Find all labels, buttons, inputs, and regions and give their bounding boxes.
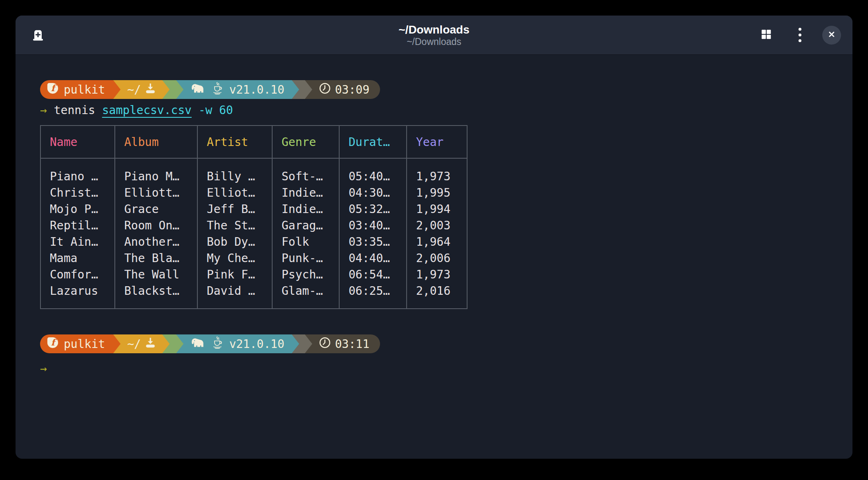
column-header: Genre: [272, 126, 339, 158]
header-controls: [755, 24, 841, 46]
headerbar: ~/Downloads ~/Downloads: [16, 16, 852, 55]
prompt-bar-2: f pulkit ~/: [40, 334, 380, 353]
prompt-segment-java: v21.0.10: [176, 80, 292, 99]
table-cell: Lazarus: [40, 283, 115, 309]
new-tab-button[interactable]: [27, 24, 49, 46]
terminal-window: ~/Downloads ~/Downloads: [16, 16, 852, 459]
table-cell: The Wall: [115, 267, 197, 283]
table-cell: 1,995: [407, 185, 467, 201]
prompt-arrow: →: [40, 103, 47, 117]
java-icon: [212, 82, 223, 98]
table-cell: My Che…: [197, 250, 272, 267]
window-title: ~/Downloads: [398, 23, 469, 36]
title-block: ~/Downloads ~/Downloads: [398, 23, 469, 47]
table-cell: It Ain…: [40, 234, 115, 250]
prompt-segment-user: f pulkit: [40, 334, 113, 353]
tab-overview-button[interactable]: [755, 24, 777, 46]
column-header: Artist: [197, 126, 272, 158]
table-row: LazarusBlackst…David …Glam-…06:25…2,016: [40, 283, 467, 309]
table-cell: Room On…: [115, 218, 197, 234]
table-cell: 06:54…: [339, 267, 407, 283]
prompt-bar-1: f pulkit ~/: [40, 80, 380, 99]
new-tab-icon: [31, 27, 45, 43]
table-cell: 2,006: [407, 250, 467, 267]
prompt-user-text: pulkit: [64, 337, 105, 351]
table-row: Comfor…The WallPink F…Psych…06:54…1,973: [40, 267, 467, 283]
table-cell: Indie…: [272, 185, 339, 201]
table-cell: Garag…: [272, 218, 339, 234]
fedora-icon: f: [47, 82, 59, 97]
table-cell: 1,964: [407, 234, 467, 250]
table-cell: 1,994: [407, 201, 467, 218]
prompt-dir-text: ~/: [127, 83, 141, 96]
table-cell: 2,016: [407, 283, 467, 309]
gradle-elephant-icon: [191, 83, 206, 97]
table-row: Christ…Elliott…Elliot…Indie…04:30…1,995: [40, 185, 467, 201]
prompt-segment-time: 03:11: [305, 334, 380, 353]
table-cell: Pink F…: [197, 267, 272, 283]
command-file-link[interactable]: samplecsv.csv: [102, 103, 192, 117]
table-cell: 05:40…: [339, 158, 407, 185]
table-cell: Billy …: [197, 158, 272, 185]
command-program: tennis: [54, 103, 95, 117]
table-row: It Ain…Another…Bob Dy…Folk03:35…1,964: [40, 234, 467, 250]
table-body: Piano …Piano M…Billy …Soft-…05:40…1,973C…: [40, 158, 467, 309]
table-cell: Comfor…: [40, 267, 115, 283]
terminal-viewport[interactable]: f pulkit ~/: [16, 55, 852, 459]
table-cell: Mama: [40, 250, 115, 267]
table-row: Piano …Piano M…Billy …Soft-…05:40…1,973: [40, 158, 467, 185]
table-row: MamaThe Bla…My Che…Punk-…04:40…2,006: [40, 250, 467, 267]
prompt-segment-java: v21.0.10: [176, 334, 292, 353]
fedora-icon: f: [47, 336, 59, 352]
table-cell: Piano …: [40, 158, 115, 185]
table-cell: Bob Dy…: [197, 234, 272, 250]
table-cell: 04:40…: [339, 250, 407, 267]
java-icon: [212, 336, 223, 352]
results-table: NameAlbumArtistGenreDurat…Year Piano …Pi…: [40, 125, 468, 309]
table-cell: Folk: [272, 234, 339, 250]
close-icon: [827, 30, 836, 40]
clock-icon: [319, 336, 331, 352]
table-cell: Blackst…: [115, 283, 197, 309]
prompt-segment-time: 03:09: [305, 80, 380, 99]
close-button[interactable]: [822, 26, 841, 45]
column-header: Year: [407, 126, 467, 158]
prompt-user-text: pulkit: [64, 83, 105, 96]
table-cell: The St…: [197, 218, 272, 234]
download-icon: [144, 336, 157, 352]
menu-button[interactable]: [789, 24, 811, 46]
column-header: Durat…: [339, 126, 407, 158]
table-cell: Reptil…: [40, 218, 115, 234]
table-cell: Punk-…: [272, 250, 339, 267]
prompt-time-text: 03:09: [335, 83, 369, 96]
table-cell: Grace: [115, 201, 197, 218]
table-cell: Another…: [115, 234, 197, 250]
grid-icon: [760, 28, 772, 42]
java-version-text: v21.0.10: [229, 337, 284, 351]
table-row: Reptil…Room On…The St…Garag…03:40…2,003: [40, 218, 467, 234]
table-cell: Psych…: [272, 267, 339, 283]
table-cell: Piano M…: [115, 158, 197, 185]
table-row: Mojo P…GraceJeff B…Indie…05:32…1,994: [40, 201, 467, 218]
table-cell: Elliot…: [197, 185, 272, 201]
table-cell: 1,973: [407, 267, 467, 283]
table-cell: 05:32…: [339, 201, 407, 218]
table-cell: 06:25…: [339, 283, 407, 309]
table-cell: 04:30…: [339, 185, 407, 201]
table-cell: Glam-…: [272, 283, 339, 309]
window-subtitle: ~/Downloads: [398, 36, 469, 47]
prompt-arrow: →: [40, 362, 47, 375]
prompt-time-text: 03:11: [335, 337, 369, 351]
java-version-text: v21.0.10: [229, 83, 284, 96]
column-header: Album: [115, 126, 197, 158]
table-cell: Mojo P…: [40, 201, 115, 218]
table-cell: 2,003: [407, 218, 467, 234]
prompt-dir-text: ~/: [127, 337, 141, 351]
kebab-menu-icon: [796, 25, 804, 45]
current-prompt-line: →: [40, 360, 828, 378]
table-cell: David …: [197, 283, 272, 309]
table-cell: Christ…: [40, 185, 115, 201]
clock-icon: [319, 82, 331, 97]
table-cell: Jeff B…: [197, 201, 272, 218]
table-cell: Indie…: [272, 201, 339, 218]
